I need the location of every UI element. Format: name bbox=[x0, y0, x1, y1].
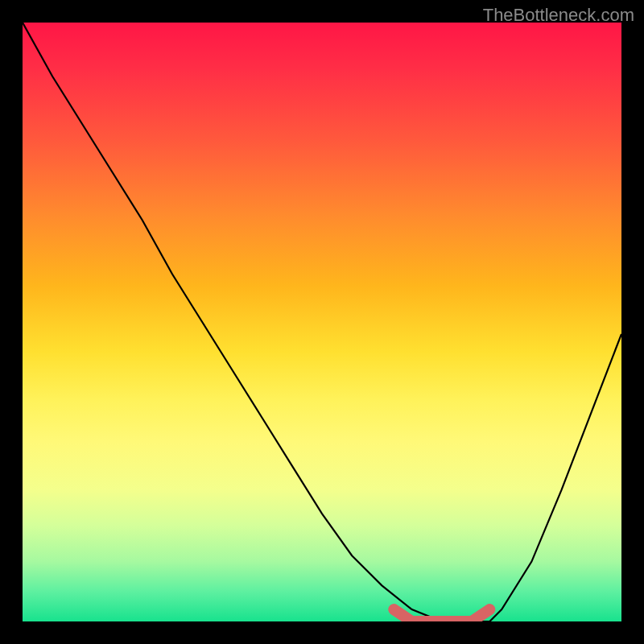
highlight-dot bbox=[485, 605, 494, 614]
watermark: TheBottleneck.com bbox=[483, 5, 634, 26]
curve-line bbox=[23, 23, 621, 621]
plot-area bbox=[23, 23, 621, 621]
curve-group bbox=[23, 23, 621, 621]
chart-svg bbox=[23, 23, 621, 621]
highlight-segment bbox=[394, 609, 489, 621]
